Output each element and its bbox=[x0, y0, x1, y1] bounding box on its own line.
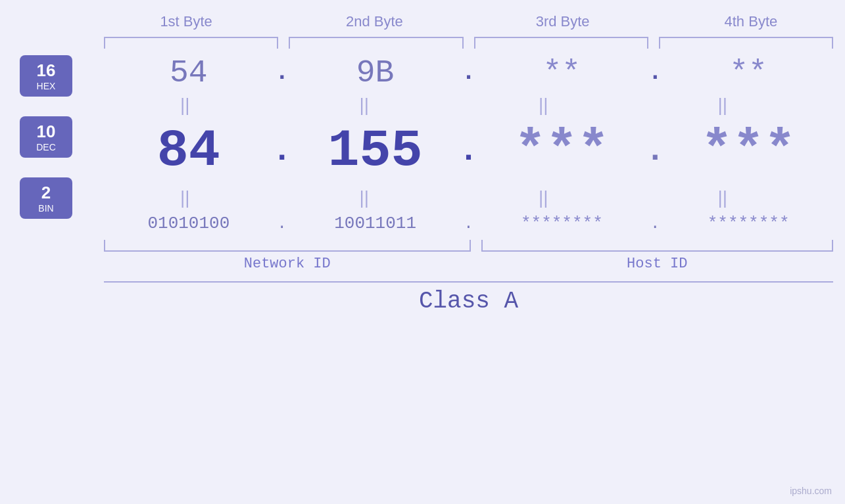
bin-val-3: ******** bbox=[521, 214, 603, 233]
hex-cell-1: 54 bbox=[105, 55, 272, 91]
bin-row: 01010100 . 10011011 . ******** . *******… bbox=[92, 211, 845, 233]
bracket-4 bbox=[659, 37, 833, 49]
bracket-2 bbox=[289, 37, 463, 49]
hex-row: 54 . 9B . ** . ** bbox=[92, 49, 845, 91]
eq1-4: || bbox=[643, 95, 803, 116]
main-container: 1st Byte 2nd Byte 3rd Byte 4th Byte 16 H… bbox=[0, 0, 845, 504]
eq2-3: || bbox=[464, 187, 623, 208]
bin-dot-2: . bbox=[459, 215, 479, 233]
hex-base-num: 16 bbox=[30, 60, 62, 81]
bin-val-2: 10011011 bbox=[334, 214, 416, 233]
hex-cell-4: ** bbox=[665, 55, 832, 91]
hex-base-label: HEX bbox=[30, 81, 62, 91]
equals-row-2: || || || || bbox=[92, 185, 815, 211]
hex-cell-2: 9B bbox=[292, 55, 459, 91]
hex-dot-3: . bbox=[645, 61, 665, 85]
bin-cell-1: 01010100 bbox=[105, 214, 272, 233]
dec-dot-2: . bbox=[458, 132, 478, 170]
bottom-bracket-host bbox=[481, 240, 834, 252]
dec-val-4: *** bbox=[701, 121, 796, 181]
dec-base-label: DEC bbox=[30, 142, 62, 152]
dec-dot-3: . bbox=[645, 132, 665, 170]
hex-dot-1: . bbox=[272, 61, 292, 85]
bracket-1 bbox=[104, 37, 278, 49]
dec-cell-1: 84 bbox=[105, 121, 272, 181]
bin-dot-1: . bbox=[272, 215, 292, 233]
bottom-bracket-network bbox=[104, 240, 471, 252]
bin-val-4: ******** bbox=[708, 214, 790, 233]
bin-base-num: 2 bbox=[30, 183, 62, 203]
dec-badge: 10 DEC bbox=[20, 116, 72, 158]
byte-header-3: 3rd Byte bbox=[469, 13, 657, 37]
labels-column: 16 HEX 10 DEC 2 BIN bbox=[0, 49, 92, 219]
dec-val-2: 155 bbox=[328, 121, 423, 181]
eq2-4: || bbox=[643, 187, 803, 208]
eq2-1: || bbox=[105, 187, 265, 208]
bin-dot-3: . bbox=[645, 215, 665, 233]
network-id-label: Network ID bbox=[104, 256, 471, 272]
hex-val-4: ** bbox=[729, 55, 767, 91]
watermark: ipshu.com bbox=[790, 486, 832, 496]
dec-val-3: *** bbox=[514, 121, 609, 181]
bin-val-1: 01010100 bbox=[147, 214, 229, 233]
dec-cell-2: 155 bbox=[292, 121, 459, 181]
dec-cell-3: *** bbox=[479, 121, 646, 181]
eq1-3: || bbox=[464, 95, 623, 116]
data-rows: 54 . 9B . ** . ** || || bbox=[92, 49, 845, 233]
bin-base-label: BIN bbox=[30, 203, 62, 214]
eq1-2: || bbox=[285, 95, 445, 116]
dec-base-num: 10 bbox=[30, 122, 62, 142]
hex-dot-2: . bbox=[459, 61, 479, 85]
byte-header-2: 2nd Byte bbox=[280, 13, 468, 37]
hex-cell-3: ** bbox=[479, 55, 646, 91]
bin-cell-3: ******** bbox=[479, 214, 646, 233]
byte-header-1: 1st Byte bbox=[92, 13, 280, 37]
bracket-3 bbox=[474, 37, 648, 49]
bin-cell-4: ******** bbox=[665, 214, 832, 233]
eq1-1: || bbox=[105, 95, 265, 116]
bin-cell-2: 10011011 bbox=[292, 214, 459, 233]
host-id-label: Host ID bbox=[481, 256, 834, 272]
hex-val-3: ** bbox=[543, 55, 581, 91]
bin-badge: 2 BIN bbox=[20, 177, 72, 219]
dec-dot-1: . bbox=[272, 132, 292, 170]
eq2-2: || bbox=[285, 187, 445, 208]
class-label: Class A bbox=[104, 283, 833, 315]
hex-badge: 16 HEX bbox=[20, 55, 72, 97]
byte-header-4: 4th Byte bbox=[657, 13, 845, 37]
hex-val-2: 9B bbox=[356, 55, 395, 91]
dec-val-1: 84 bbox=[157, 121, 220, 181]
equals-row-1: || || || || bbox=[92, 92, 815, 118]
dec-row: 84 . 155 . *** . *** bbox=[92, 118, 845, 183]
hex-val-1: 54 bbox=[170, 55, 208, 91]
dec-cell-4: *** bbox=[665, 121, 832, 181]
